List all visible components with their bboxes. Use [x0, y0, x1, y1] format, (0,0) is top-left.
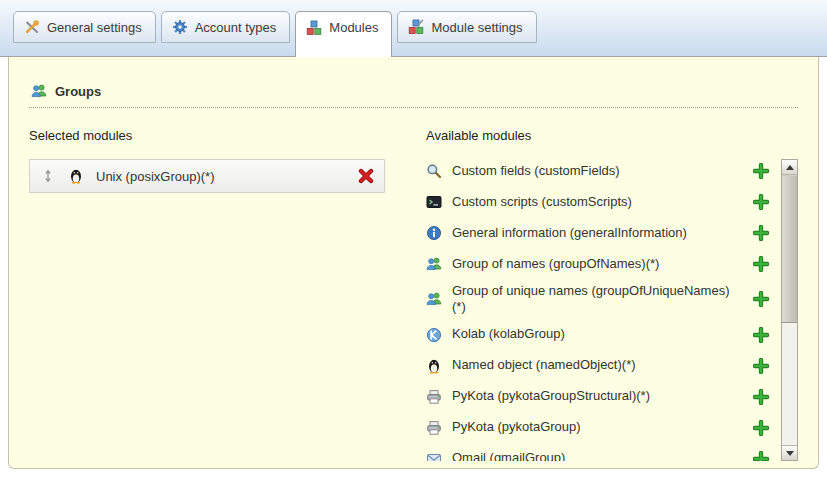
module-label: PyKota (pykotaGroupStructural)(*)	[452, 388, 734, 404]
selected-modules-heading: Selected modules	[29, 128, 406, 143]
tools-icon	[24, 19, 40, 35]
selected-modules-column: Selected modules	[29, 122, 406, 461]
available-module-row: Qmail (qmailGroup)	[426, 447, 769, 462]
printer-icon	[426, 420, 442, 436]
available-module-row: Custom fields (customFields)	[426, 159, 769, 183]
available-module-row: Group of names (groupOfNames)(*)	[426, 252, 769, 276]
available-modules-list: Custom fields (customFields)	[426, 159, 798, 461]
plus-icon	[753, 291, 769, 307]
mail-icon	[426, 451, 442, 462]
tab-label: Modules	[329, 20, 378, 35]
plus-icon	[753, 225, 769, 241]
plus-icon	[753, 256, 769, 272]
section-header: Groups	[29, 57, 798, 108]
add-module-button[interactable]	[753, 451, 769, 462]
gear-icon	[172, 19, 188, 35]
add-module-button[interactable]	[753, 256, 769, 272]
add-module-button[interactable]	[753, 420, 769, 436]
plus-icon	[753, 451, 769, 462]
modules-panel: Groups Selected modules	[8, 57, 819, 469]
module-label: Group of unique names (groupOfUniqueName…	[452, 283, 734, 316]
plus-icon	[753, 194, 769, 210]
selected-module-row[interactable]: Unix (posixGroup)(*)	[29, 159, 385, 193]
add-module-button[interactable]	[753, 163, 769, 179]
module-label: Kolab (kolabGroup)	[452, 326, 734, 342]
available-modules-rows: Custom fields (customFields)	[426, 159, 781, 461]
add-module-button[interactable]	[753, 291, 769, 307]
module-label: PyKota (pykotaGroup)	[452, 419, 734, 435]
available-modules-heading: Available modules	[426, 128, 798, 143]
plus-icon	[753, 358, 769, 374]
module-label: Qmail (qmailGroup)	[452, 450, 734, 461]
available-modules-column: Available modules Custom fields (customF…	[406, 122, 798, 461]
drag-handle-icon[interactable]	[40, 168, 56, 184]
add-module-button[interactable]	[753, 225, 769, 241]
plus-icon	[753, 163, 769, 179]
arrow-down-icon	[786, 451, 794, 456]
plus-icon	[753, 389, 769, 405]
available-module-row: General information (generalInformation)	[426, 221, 769, 245]
group-icon	[31, 83, 47, 99]
add-module-button[interactable]	[753, 327, 769, 343]
tab-account-types[interactable]: Account types	[161, 11, 291, 43]
tux-icon	[68, 168, 84, 184]
scrollbar-up-button[interactable]	[782, 160, 797, 175]
available-module-row: PyKota (pykotaGroup)	[426, 416, 769, 440]
add-module-button[interactable]	[753, 389, 769, 405]
scrollbar-down-button[interactable]	[782, 445, 797, 460]
module-label: General information (generalInformation)	[452, 225, 734, 241]
available-module-row: PyKota (pykotaGroupStructural)(*)	[426, 385, 769, 409]
plus-icon	[753, 327, 769, 343]
magnifier-icon	[426, 163, 442, 179]
add-module-button[interactable]	[753, 194, 769, 210]
remove-module-button[interactable]	[358, 168, 374, 184]
tab-bar: General settings Account types	[0, 0, 827, 57]
tab-label: Account types	[195, 20, 277, 35]
printer-icon	[426, 389, 442, 405]
group-icon	[426, 291, 442, 307]
tab-general-settings[interactable]: General settings	[13, 11, 156, 43]
modules-icon	[306, 20, 322, 36]
page-title: Groups	[55, 84, 101, 99]
plus-icon	[753, 420, 769, 436]
available-module-row: Custom scripts (customScripts)	[426, 190, 769, 214]
kolab-icon	[426, 327, 442, 343]
module-settings-icon	[408, 19, 424, 35]
tab-label: General settings	[47, 20, 142, 35]
terminal-icon	[426, 194, 442, 210]
available-module-row: Kolab (kolabGroup)	[426, 323, 769, 347]
module-label: Unix (posixGroup)(*)	[96, 169, 214, 184]
tux-icon	[426, 358, 442, 374]
tab-module-settings[interactable]: Module settings	[397, 11, 536, 43]
available-module-row: Named object (namedObject)(*)	[426, 354, 769, 378]
modules-columns: Selected modules	[29, 122, 798, 461]
add-module-button[interactable]	[753, 358, 769, 374]
tab-label: Module settings	[431, 20, 522, 35]
scrollbar-thumb[interactable]	[782, 175, 797, 323]
arrow-up-icon	[786, 165, 794, 170]
scrollbar-track[interactable]	[782, 323, 797, 445]
module-label: Named object (namedObject)(*)	[452, 357, 734, 373]
scrollbar[interactable]	[781, 159, 798, 461]
info-icon	[426, 225, 442, 241]
module-label: Custom scripts (customScripts)	[452, 194, 734, 210]
delete-icon	[358, 168, 374, 184]
available-module-row: Group of unique names (groupOfUniqueName…	[426, 283, 769, 316]
module-label: Group of names (groupOfNames)(*)	[452, 256, 734, 272]
tab-modules[interactable]: Modules	[295, 11, 392, 57]
group-icon	[426, 256, 442, 272]
module-label: Custom fields (customFields)	[452, 163, 734, 179]
